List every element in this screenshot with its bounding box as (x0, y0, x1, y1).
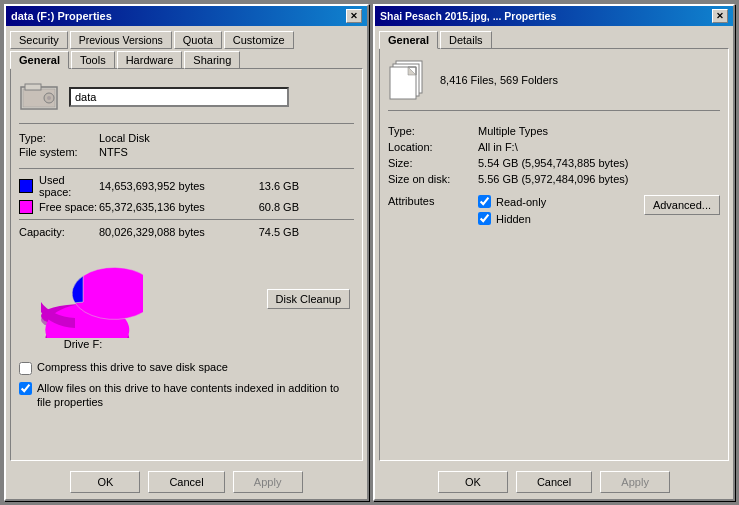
left-title-text: data (F:) Properties (11, 10, 112, 22)
free-label: Free space: (39, 201, 97, 213)
right-bottom-buttons: OK Cancel Apply (375, 465, 733, 499)
capacity-bytes: 80,026,329,088 bytes (99, 226, 239, 238)
properties-grid: Type: Multiple Types Location: All in F:… (388, 125, 720, 185)
drive-section (19, 77, 354, 124)
disk-cleanup-button[interactable]: Disk Cleanup (267, 289, 350, 309)
used-bytes: 14,653,693,952 bytes (99, 180, 239, 192)
tab-general[interactable]: General (10, 51, 69, 69)
r-size-label: Size: (388, 157, 478, 169)
left-bottom-buttons: OK Cancel Apply (6, 465, 367, 499)
right-title-bar: Shai Pesach 2015.jpg, ... Properties ✕ (375, 6, 733, 26)
tab-sharing[interactable]: Sharing (184, 51, 240, 69)
index-checkbox-row: Allow files on this drive to have conten… (19, 381, 354, 410)
used-space-row: Used space: 14,653,693,952 bytes 13.6 GB (19, 174, 354, 198)
right-ok-button[interactable]: OK (438, 471, 508, 493)
svg-rect-2 (25, 84, 41, 90)
attributes-section: Attributes Read-only Hidden Advanced... (388, 195, 720, 225)
compress-checkbox[interactable] (19, 362, 32, 375)
free-label-group: Free space: (19, 200, 99, 214)
r-location-value: All in F:\ (478, 141, 720, 153)
hidden-checkbox[interactable] (478, 212, 491, 225)
hidden-label: Hidden (496, 213, 531, 225)
right-title-text: Shai Pesach 2015.jpg, ... Properties (380, 10, 556, 22)
close-button[interactable]: ✕ (346, 9, 362, 23)
divider-2 (19, 219, 354, 220)
capacity-gb: 74.5 GB (239, 226, 299, 238)
filesystem-label: File system: (19, 146, 99, 158)
r-type-label: Type: (388, 125, 478, 137)
right-tab-row: General Details (375, 26, 733, 48)
tab-tools[interactable]: Tools (71, 51, 115, 69)
tab-row-1: Security Previous Versions Quota Customi… (6, 26, 367, 48)
free-gb: 60.8 GB (239, 201, 299, 213)
used-color-box (19, 179, 33, 193)
right-tab-details[interactable]: Details (440, 31, 492, 49)
index-checkbox[interactable] (19, 382, 32, 395)
files-icon (388, 57, 428, 102)
advanced-button[interactable]: Advanced... (644, 195, 720, 215)
hidden-row: Hidden (478, 212, 546, 225)
r-size-on-disk-value: 5.56 GB (5,972,484,096 bytes) (478, 173, 720, 185)
tab-customize[interactable]: Customize (224, 31, 294, 49)
pie-container: Drive F: (23, 248, 143, 350)
right-close-button[interactable]: ✕ (712, 9, 728, 23)
right-apply-button[interactable]: Apply (600, 471, 670, 493)
type-value: Local Disk (99, 132, 354, 144)
left-cancel-button[interactable]: Cancel (148, 471, 224, 493)
pie-row: Drive F: Disk Cleanup (19, 244, 354, 354)
svg-point-4 (47, 96, 51, 100)
right-tab-content: 8,416 Files, 569 Folders Type: Multiple … (379, 48, 729, 461)
free-space-row: Free space: 65,372,635,136 bytes 60.8 GB (19, 200, 354, 214)
right-dialog: Shai Pesach 2015.jpg, ... Properties ✕ G… (373, 4, 735, 501)
divider-1 (19, 168, 354, 169)
readonly-label: Read-only (496, 196, 546, 208)
free-color-box (19, 200, 33, 214)
pie-chart (23, 248, 143, 338)
r-location-label: Location: (388, 141, 478, 153)
r-size-value: 5.54 GB (5,954,743,885 bytes) (478, 157, 720, 169)
tab-hardware[interactable]: Hardware (117, 51, 183, 69)
used-label: Used space: (39, 174, 99, 198)
r-size-on-disk-label: Size on disk: (388, 173, 478, 185)
capacity-label: Capacity: (19, 226, 99, 238)
tab-quota[interactable]: Quota (174, 31, 222, 49)
attr-checkboxes: Read-only Hidden (478, 195, 546, 225)
free-bytes: 65,372,635,136 bytes (99, 201, 239, 213)
files-svg (388, 57, 428, 103)
tab-previous-versions[interactable]: Previous Versions (70, 31, 172, 49)
used-gb: 13.6 GB (239, 180, 299, 192)
type-label: Type: (19, 132, 99, 144)
readonly-row: Read-only (478, 195, 546, 208)
left-dialog: data (F:) Properties ✕ Security Previous… (4, 4, 369, 501)
title-bar-buttons: ✕ (346, 9, 362, 23)
tab-security[interactable]: Security (10, 31, 68, 49)
attr-controls: Read-only Hidden Advanced... (478, 195, 720, 225)
right-tab-general[interactable]: General (379, 31, 438, 49)
drive-label: Drive F: (64, 338, 103, 350)
tab-row-2: General Tools Hardware Sharing (6, 50, 367, 68)
attributes-label: Attributes (388, 195, 478, 207)
type-fs-info: Type: Local Disk File system: NTFS (19, 132, 354, 158)
left-ok-button[interactable]: OK (70, 471, 140, 493)
right-cancel-button[interactable]: Cancel (516, 471, 592, 493)
right-title-buttons: ✕ (712, 9, 728, 23)
files-section: 8,416 Files, 569 Folders (388, 57, 720, 111)
r-type-value: Multiple Types (478, 125, 720, 137)
files-count: 8,416 Files, 569 Folders (440, 74, 558, 86)
drive-name-input[interactable] (69, 87, 289, 107)
used-label-group: Used space: (19, 174, 99, 198)
left-title-bar: data (F:) Properties ✕ (6, 6, 367, 26)
left-apply-button[interactable]: Apply (233, 471, 303, 493)
index-label: Allow files on this drive to have conten… (37, 381, 354, 410)
readonly-checkbox[interactable] (478, 195, 491, 208)
left-tab-content: Type: Local Disk File system: NTFS Used … (10, 68, 363, 461)
filesystem-value: NTFS (99, 146, 354, 158)
compress-label: Compress this drive to save disk space (37, 361, 228, 373)
drive-icon (19, 77, 59, 117)
capacity-row: Capacity: 80,026,329,088 bytes 74.5 GB (19, 226, 354, 238)
compress-checkbox-row: Compress this drive to save disk space (19, 361, 354, 375)
